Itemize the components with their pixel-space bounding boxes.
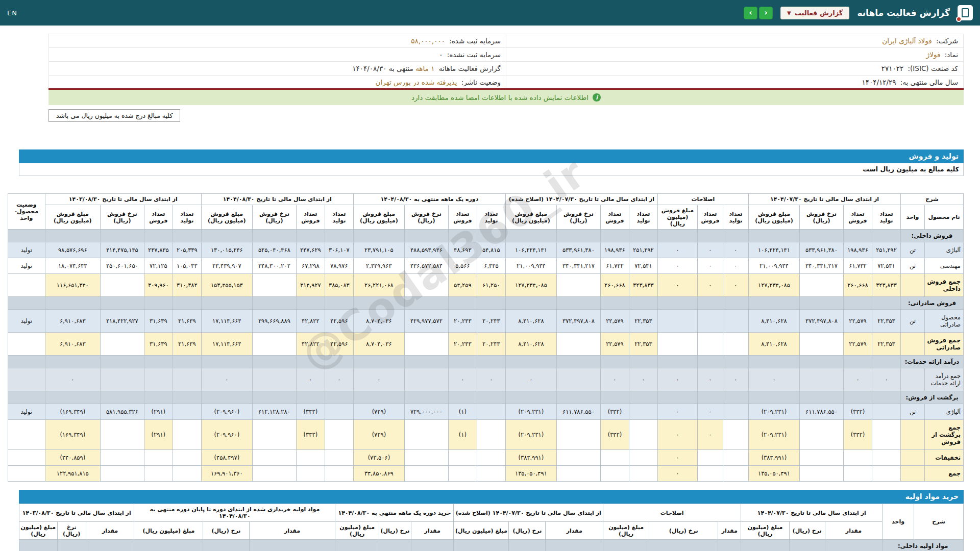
empty-cell <box>789 540 825 551</box>
value-cell: ۱۵۳,۴۵۵,۱۵۳ <box>201 274 252 297</box>
value-cell <box>556 466 600 482</box>
column-header: مبلغ (میلیون ریال) <box>603 522 649 540</box>
empty-cell <box>505 297 556 310</box>
empty-cell <box>353 356 404 368</box>
value-cell: ۷۲,۵۴۱ <box>872 258 901 274</box>
empty-cell <box>100 356 144 368</box>
info-row: کد صنعت (ISIC): ۲۷۱۰۲۲ گزارش فعالیت ماها… <box>49 62 964 76</box>
column-header: مبلغ فروش (میلیون ریال) <box>505 205 556 230</box>
value-cell: ۰ <box>296 368 325 391</box>
column-header: نرخ (ریال) <box>789 522 825 540</box>
prev-report-button[interactable]: ‹ <box>759 7 773 19</box>
value-cell: ۰ <box>697 242 723 258</box>
empty-cell <box>718 540 741 551</box>
status-cell: تولید <box>8 404 45 420</box>
value-cell: ۶,۹۱۰,۶۸۳ <box>45 333 100 356</box>
empty-cell <box>477 297 505 310</box>
language-toggle[interactable]: EN <box>7 9 17 17</box>
raw-materials-table: شرحواحداز ابتدای سال مالی تا تاریخ ۱۴۰۴/… <box>19 504 964 551</box>
empty-cell <box>844 391 872 404</box>
row-label-cell: جمع <box>925 466 964 482</box>
value-cell: ۶,۴۳۵ <box>477 258 505 274</box>
empty-cell <box>741 540 790 551</box>
row-label-cell: جمع برگشت از فروش <box>925 420 964 450</box>
value-cell <box>325 404 353 420</box>
value-cell <box>800 466 844 482</box>
column-header: مبلغ فروش (میلیون ریال) <box>45 205 100 230</box>
empty-cell <box>448 391 477 404</box>
value-cell: ۳۷۲,۴۹۷,۸۰۸ <box>556 310 600 333</box>
row-label-cell: محصول صادراتی <box>925 310 964 333</box>
value-cell: (۳۸۴,۹۹۱) <box>505 450 556 466</box>
value-cell <box>173 420 201 450</box>
value-cell: ۰ <box>723 274 748 297</box>
empty-cell <box>629 356 657 368</box>
value-cell: ۲۱۸,۴۲۲,۹۲۷ <box>100 310 144 333</box>
column-header: از ابتدای سال مالی تا تاریخ ۱۴۰۳/۰۸/۳۰ <box>19 504 134 522</box>
unregistered-capital-value: ۰ <box>439 51 443 59</box>
value-cell <box>723 310 748 333</box>
value-cell: ۰ <box>629 368 657 391</box>
report-period-highlight: ۱ ماهه <box>415 64 434 72</box>
column-header: شرح <box>901 194 964 205</box>
section-label: فروش صادراتی: <box>901 297 964 310</box>
report-type-dropdown[interactable]: گزارش فعالیت ▼ <box>780 7 849 19</box>
empty-cell <box>748 356 799 368</box>
empty-cell <box>173 230 201 242</box>
empty-cell <box>296 356 325 368</box>
value-cell: ۸,۴۱۰,۶۲۸ <box>748 310 799 333</box>
column-header: نرخ فروش (ریال) <box>800 205 844 230</box>
signed-info-bar: i اطلاعات نمایش داده شده با اطلاعات امضا… <box>48 90 964 105</box>
value-cell <box>800 274 844 297</box>
value-cell: ۱۹۸,۹۳۶ <box>600 242 629 258</box>
value-cell <box>697 450 723 466</box>
value-cell <box>144 368 173 391</box>
empty-cell <box>45 391 100 404</box>
empty-cell <box>325 391 353 404</box>
column-header: شرح <box>914 504 964 540</box>
value-cell: ۱۶۹,۹۰۱,۳۶۰ <box>201 466 252 482</box>
company-info-table: شرکت: فولاد آلیاژی ایران سرمایه ثبت شده:… <box>48 34 964 90</box>
value-cell <box>697 466 723 482</box>
value-cell: ۲۴۷,۶۲۹ <box>296 242 325 258</box>
amounts-note-wrap: کلیه مبالغ درج شده به میلیون ریال می باش… <box>48 109 964 122</box>
column-header: تعداد تولید <box>723 205 748 230</box>
value-cell: ۶۱,۲۵۰ <box>477 274 505 297</box>
column-header: اصلاحات <box>657 194 748 205</box>
column-header: تعداد فروش <box>844 205 872 230</box>
next-report-button[interactable]: › <box>744 7 757 19</box>
value-cell: ۳۲۳,۸۳۳ <box>629 274 657 297</box>
value-cell: ۴۸,۶۹۳ <box>448 242 477 258</box>
million-note-text: کلیه مبالغ به میلیون ریال است <box>863 165 959 173</box>
section-row: فروش صادراتی: <box>8 297 963 310</box>
amounts-note-box: کلیه مبالغ درج شده به میلیون ریال می باش… <box>48 109 180 122</box>
table-row: آلیاژیتن۲۵۱,۲۹۲۱۹۸,۹۳۶۵۳۳,۹۶۱,۳۸۰۱۰۶,۲۲۴… <box>8 242 963 258</box>
empty-cell <box>144 230 173 242</box>
empty-cell <box>325 356 353 368</box>
table-row: آلیاژیتن(۳۴۲)۶۱۱,۷۸۶,۵۵۰(۲۰۹,۲۳۱)۰۰(۳۴۲)… <box>8 404 963 420</box>
empty-cell <box>252 356 296 368</box>
empty-cell <box>657 391 697 404</box>
report-icon <box>958 5 973 20</box>
report-icon-dot <box>956 16 962 22</box>
column-header: از ابتدای سال مالی تا تاریخ ۱۴۰۴/۰۷/۳۰ <box>741 504 883 522</box>
empty-cell <box>144 297 173 310</box>
materials-section-header: خرید مواد اولیه <box>19 490 964 504</box>
column-header: واحد <box>901 205 925 230</box>
value-cell: ۵۳۳,۹۶۱,۳۸۰ <box>800 242 844 258</box>
registered-capital-label: سرمایه ثبت شده: <box>449 37 501 45</box>
issuer-status-label: وضعیت ناشر: <box>461 78 501 86</box>
status-cell <box>8 368 45 391</box>
value-cell: ۵۴,۲۵۹ <box>448 274 477 297</box>
topbar-right-group: گزارش فعالیت ماهانه گزارش فعالیت ▼ ‹ › <box>744 5 973 20</box>
value-cell: ۸,۴۱۰,۶۲۸ <box>505 310 556 333</box>
empty-cell <box>100 230 144 242</box>
unregistered-capital-label: سرمایه ثبت نشده: <box>447 51 501 59</box>
value-cell <box>252 466 296 482</box>
unit-cell <box>901 450 925 466</box>
empty-cell <box>546 540 603 551</box>
empty-cell <box>335 540 379 551</box>
value-cell: ۵۴,۸۱۵ <box>477 242 505 258</box>
value-cell: ۲۱,۰۰۹,۹۴۴ <box>505 258 556 274</box>
value-cell: ۶۷,۲۹۸ <box>296 258 325 274</box>
